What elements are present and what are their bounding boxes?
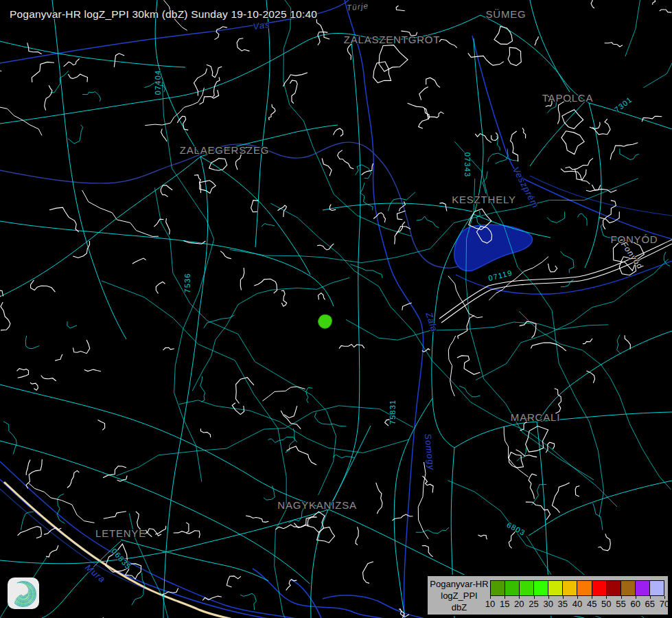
- settlement-outlines: [0, 0, 671, 618]
- legend-tick-label: 45: [587, 599, 596, 609]
- legend-swatch: [491, 581, 505, 595]
- spiral-logo-icon: [8, 577, 39, 609]
- legend-tick-label: 20: [514, 599, 524, 609]
- legend-tick-label: 10: [485, 599, 495, 609]
- minor-roads: [0, 0, 672, 618]
- legend-swatch: [607, 581, 621, 595]
- legend-unit: dbZ: [429, 602, 489, 613]
- legend-caption: Poganyvar-HR logZ_PPI dbZ: [429, 578, 489, 613]
- legend-station: Poganyvar-HR: [429, 578, 489, 590]
- legend-tick-label: 30: [543, 599, 553, 609]
- legend-tick-label: 70: [660, 599, 669, 609]
- base-map: [0, 0, 672, 618]
- legend-tick-label: 60: [630, 599, 640, 609]
- legend-tick-label: 15: [500, 599, 509, 609]
- legend-swatch: [505, 581, 520, 595]
- legend-tick-label: 50: [601, 599, 611, 609]
- legend-tick-label: 65: [645, 599, 655, 609]
- boundary-lines: [0, 142, 672, 599]
- legend-swatch: [577, 581, 592, 595]
- legend-swatch: [563, 581, 577, 595]
- legend-swatch: [650, 581, 664, 595]
- color-scale-legend: Poganyvar-HR logZ_PPI dbZ 10152025303540…: [426, 575, 669, 616]
- legend-swatch: [548, 581, 563, 595]
- radar-map-viewport: Poganyvar-HR logZ_PPI 30km (dbZ) Sunday …: [0, 0, 672, 618]
- legend-swatch: [534, 581, 548, 595]
- legend-tick-label: 35: [558, 599, 568, 609]
- radar-app-logo: [8, 577, 39, 609]
- legend-tick-label: 40: [572, 599, 582, 609]
- legend-product: logZ_PPI: [429, 590, 489, 602]
- legend-swatch: [621, 581, 636, 595]
- radar-echo-layer: [318, 314, 332, 328]
- river-lines: [0, 0, 672, 618]
- radar-title: Poganyvar-HR logZ_PPI 30km (dbZ) Sunday …: [10, 8, 317, 21]
- legend-tick-label: 55: [616, 599, 625, 609]
- legend-swatches: [490, 580, 664, 596]
- legend-swatch: [592, 581, 607, 595]
- radar-echo: [318, 314, 332, 328]
- legend-tick-label: 25: [529, 599, 538, 609]
- legend-swatch: [520, 581, 534, 595]
- road-network: [0, 0, 672, 618]
- legend-swatch: [636, 581, 650, 595]
